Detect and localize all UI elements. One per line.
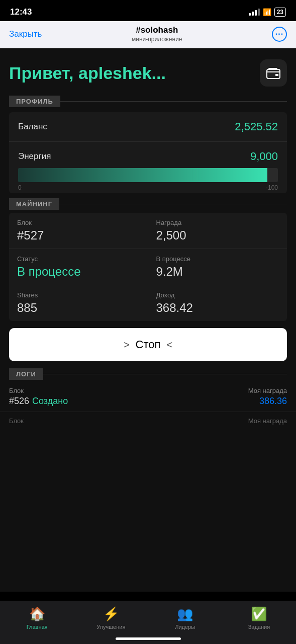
nav-leaders-label: Лидеры [175, 624, 195, 630]
profile-section-wrapper: ПРОФИЛЬ Баланс 2,525.52 Энергия 9,000 0 … [0, 96, 296, 193]
status-value: В процессе [17, 265, 140, 279]
log-block-status-1: Создано [32, 396, 68, 406]
left-arrow-icon: > [124, 339, 130, 351]
ellipsis-icon: ··· [275, 30, 283, 38]
profile-card: Баланс 2,525.52 Энергия 9,000 0 -100 [9, 112, 287, 193]
wallet-button[interactable] [260, 59, 287, 87]
stop-button[interactable]: > Стоп < [9, 328, 287, 361]
log-reward-value-1: 386.36 [259, 396, 287, 407]
log-right: Моя награда 386.36 [248, 387, 287, 407]
battery-level: 23 [277, 9, 283, 16]
top-bar-center: #solohash мини-приложение [132, 25, 182, 43]
income-value: 368.42 [156, 301, 279, 315]
log-right-2: Моя награда [248, 417, 287, 426]
status-bar: 12:43 📶 23 [0, 0, 296, 21]
log-left: Блок #526Создано [9, 387, 68, 407]
shares-value: 885 [17, 301, 140, 315]
reward-value: 2,500 [156, 228, 279, 243]
balance-row: Баланс 2,525.52 [9, 112, 287, 142]
wifi-icon: 📶 [263, 8, 271, 16]
reward-cell: Награда 2,500 [148, 213, 287, 249]
block-cell: Блок #527 [9, 213, 148, 249]
energy-tick-max: -100 [266, 184, 278, 191]
balance-value: 2,525.52 [235, 120, 278, 133]
energy-value: 9,000 [250, 150, 278, 163]
main-content: Привет, apleshek... ПРОФИЛЬ Баланс 2,525… [0, 48, 296, 592]
logs-section-label: ЛОГИ [9, 368, 43, 380]
in-progress-label: В процессе [156, 255, 279, 263]
energy-bar-fill [18, 168, 267, 182]
log-reward-label-1: Моя награда [248, 387, 287, 394]
block-value: #527 [17, 228, 140, 243]
mining-grid: Блок #527 Награда 2,500 Статус В процесс… [9, 213, 287, 321]
nav-tasks-label: Задания [248, 624, 270, 630]
log-item-partial: Блок Моя награда [0, 412, 296, 428]
check-icon: ✅ [251, 606, 267, 622]
in-progress-cell: В процессе 9.2M [148, 249, 287, 285]
status-label: Статус [17, 255, 140, 263]
battery-icon: 23 [274, 8, 286, 17]
nav-home-label: Главная [27, 624, 48, 630]
app-subtitle: мини-приложение [132, 36, 182, 43]
block-label: Блок [17, 219, 140, 226]
profile-section-label: ПРОФИЛЬ [9, 96, 60, 107]
top-bar: Закрыть #solohash мини-приложение ··· [0, 21, 296, 48]
app-title: #solohash [132, 25, 182, 35]
home-indicator [116, 637, 181, 640]
log-reward-label-2: Моя награда [248, 417, 287, 425]
energy-bar-track [18, 168, 278, 182]
shares-cell: Shares 885 [9, 285, 148, 321]
shares-label: Shares [17, 291, 140, 299]
home-icon: 🏠 [29, 606, 45, 622]
energy-bar-ticks: 0 -100 [18, 184, 278, 191]
mining-card: Блок #527 Награда 2,500 Статус В процесс… [9, 213, 287, 321]
energy-row: Энергия 9,000 0 -100 [9, 142, 287, 193]
reward-label: Награда [156, 219, 279, 226]
greeting-row: Привет, apleshek... [0, 48, 296, 96]
lightning-icon: ⚡ [103, 606, 119, 622]
balance-label: Баланс [18, 122, 47, 132]
mining-section-wrapper: МАЙНИНГ Блок #527 Награда 2,500 Статус В… [0, 198, 296, 321]
nav-leaders[interactable]: 👥 Лидеры [167, 606, 203, 630]
more-button[interactable]: ··· [272, 27, 287, 42]
status-time: 12:43 [10, 7, 32, 17]
close-button[interactable]: Закрыть [9, 29, 42, 39]
status-icons: 📶 23 [249, 8, 286, 17]
log-item: Блок #526Создано Моя награда 386.36 [0, 382, 296, 412]
status-cell: Статус В процессе [9, 249, 148, 285]
log-left-2: Блок [9, 417, 24, 426]
income-label: Доход [156, 291, 279, 299]
wallet-icon [266, 67, 280, 79]
income-cell: Доход 368.42 [148, 285, 287, 321]
logs-section: ЛОГИ Блок #526Создано Моя награда 386.36… [0, 368, 296, 428]
mining-section-label: МАЙНИНГ [9, 198, 59, 210]
energy-tick-min: 0 [18, 184, 22, 191]
stop-label: Стоп [136, 338, 161, 351]
users-icon: 👥 [177, 606, 193, 622]
nav-tasks[interactable]: ✅ Задания [241, 606, 276, 630]
nav-upgrades[interactable]: ⚡ Улучшения [93, 606, 129, 630]
log-block-value-1: #526Создано [9, 396, 68, 407]
nav-home[interactable]: 🏠 Главная [20, 606, 55, 630]
greeting-text: Привет, apleshek... [9, 63, 166, 83]
log-block-label-2: Блок [9, 417, 24, 425]
right-arrow-icon: < [166, 339, 172, 351]
log-block-number-1: #526 [9, 396, 29, 406]
nav-upgrades-label: Улучшения [96, 624, 125, 630]
svg-rect-1 [275, 74, 278, 76]
energy-label: Энергия [18, 151, 51, 162]
stop-button-wrap: > Стоп < [9, 328, 287, 361]
signal-icon [249, 9, 260, 16]
log-block-label-1: Блок [9, 387, 68, 394]
svg-rect-0 [267, 69, 280, 78]
in-progress-value: 9.2M [156, 265, 279, 279]
